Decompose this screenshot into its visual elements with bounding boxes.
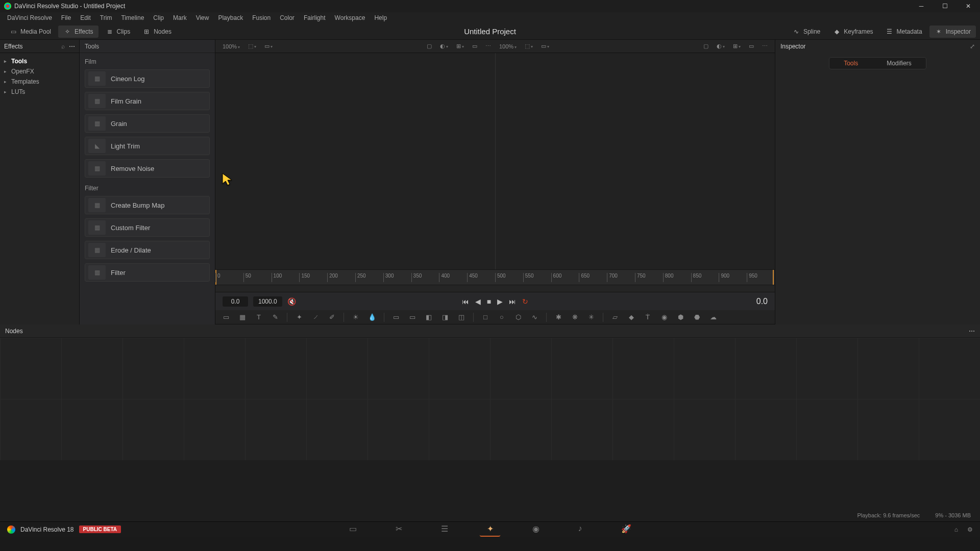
menu-edit[interactable]: Edit (76, 13, 95, 22)
tree-templates[interactable]: ▸Templates (0, 77, 79, 87)
blur-tool-icon[interactable]: 💧 (368, 313, 377, 322)
media-pool-button[interactable]: ▭Media Pool (4, 26, 56, 38)
prender-tool-icon[interactable]: ❋ (570, 313, 579, 322)
media-page-button[interactable]: ▭ (342, 522, 364, 537)
viewer-right-options[interactable] (759, 42, 771, 51)
viewer-right[interactable] (496, 53, 775, 269)
polygon-mask-icon[interactable]: ⬡ (513, 313, 523, 322)
in-point-field[interactable]: 0.0 (223, 296, 248, 307)
tool-custom-filter[interactable]: ▦Custom Filter (85, 218, 210, 237)
fusion-page-button[interactable]: ✦ (480, 522, 501, 537)
planar-tool-icon[interactable]: ⟋ (311, 313, 320, 322)
fairlight-page-button[interactable]: ♪ (571, 522, 590, 537)
paint-tool-icon[interactable]: ✎ (271, 313, 280, 322)
edit-page-button[interactable]: ☰ (434, 522, 455, 537)
maximize-button[interactable]: ☐ (933, 0, 957, 12)
tree-tools[interactable]: ▸Tools (0, 56, 79, 66)
transform-tool-icon[interactable]: ◧ (424, 313, 433, 322)
view-b-button[interactable]: ▢ (700, 42, 712, 51)
keyframes-button[interactable]: ◆Keyframes (827, 26, 878, 38)
matte-control-icon[interactable]: ▭ (408, 313, 417, 322)
fit-right-button[interactable]: ⬚ (522, 42, 536, 51)
home-button[interactable]: ⌂ (954, 526, 958, 533)
merge3d-icon[interactable]: ⬢ (676, 313, 685, 322)
resize-tool-icon[interactable]: ◨ (440, 313, 450, 322)
light-icon[interactable]: ☁ (708, 313, 718, 322)
color-picker-right[interactable]: ◐ (714, 42, 728, 51)
effects-button[interactable]: ✧Effects (58, 26, 98, 38)
deliver-page-button[interactable]: 🚀 (614, 522, 639, 537)
metadata-button[interactable]: ☰Metadata (880, 26, 927, 38)
merge-tool-icon[interactable]: ▭ (391, 313, 401, 322)
grid-right-button[interactable]: ⊞ (730, 42, 744, 51)
menu-clip[interactable]: Clip (149, 13, 168, 22)
tree-luts[interactable]: ▸LUTs (0, 87, 79, 97)
menu-playback[interactable]: Playback (214, 13, 247, 22)
inspector-button[interactable]: ✶Inspector (929, 26, 976, 38)
menu-help[interactable]: Help (370, 13, 391, 22)
color-page-button[interactable]: ◉ (525, 522, 547, 537)
stop-button[interactable]: ■ (487, 297, 491, 306)
nodes-toolbar-button[interactable]: ⊞Nodes (137, 26, 177, 38)
fastnoise-tool-icon[interactable]: ▦ (238, 313, 247, 322)
mute-button[interactable]: 🔇 (287, 297, 296, 306)
ruler-scrollbar[interactable] (215, 285, 775, 292)
tool-film-grain[interactable]: ▦Film Grain (85, 92, 210, 110)
frame-right-button[interactable]: ▭ (746, 42, 757, 51)
out-point-field[interactable]: 1000.0 (253, 296, 282, 307)
expand-icon[interactable]: ⤢ (970, 43, 975, 50)
menu-view[interactable]: View (192, 13, 213, 22)
close-button[interactable]: ✕ (957, 0, 980, 12)
tree-openfx[interactable]: ▸OpenFX (0, 66, 79, 77)
text3d-icon[interactable]: Ṫ (643, 313, 652, 322)
pemitter-tool-icon[interactable]: ✳ (586, 313, 596, 322)
rectangle-mask-icon[interactable]: □ (481, 313, 490, 322)
ellipse-mask-icon[interactable]: ○ (497, 313, 506, 322)
go-to-end-button[interactable]: ⏭ (509, 297, 516, 306)
cut-page-button[interactable]: ✂ (388, 522, 409, 537)
camera3d-icon[interactable]: ◉ (659, 313, 669, 322)
clips-button[interactable]: ≣Clips (101, 26, 136, 38)
viewer-left[interactable] (215, 53, 496, 269)
tool-erode-dilate[interactable]: ▦Erode / Dilate (85, 241, 210, 259)
tool-create-bump-map[interactable]: ▦Create Bump Map (85, 196, 210, 214)
inspector-tab-modifiers[interactable]: Modifiers (872, 58, 926, 69)
frame-left-button[interactable]: ▭ (469, 42, 480, 51)
menu-workspace[interactable]: Workspace (331, 13, 370, 22)
tracker-tool-icon[interactable]: ✦ (295, 313, 304, 322)
layout-right-button[interactable]: ▭ (538, 42, 552, 51)
tool-grain[interactable]: ▦Grain (85, 114, 210, 133)
inspector-tab-tools[interactable]: Tools (829, 58, 872, 69)
tool-light-trim[interactable]: ◣Light Trim (85, 137, 210, 155)
time-ruler[interactable]: 0501001502002503003504004505005506006507… (215, 269, 775, 285)
zoom-left[interactable]: 100% (219, 42, 243, 51)
color-picker-left[interactable]: ◐ (437, 42, 451, 51)
menu-file[interactable]: File (57, 13, 75, 22)
go-to-start-button[interactable]: ⏮ (462, 297, 469, 306)
spline-button[interactable]: ∿Spline (787, 26, 825, 38)
background-tool-icon[interactable]: ▭ (222, 313, 231, 322)
view-a-button[interactable]: ▢ (424, 42, 435, 51)
minimize-button[interactable]: ─ (910, 0, 933, 12)
grid-left-button[interactable]: ⊞ (453, 42, 467, 51)
menu-davinci-resolve[interactable]: DaVinci Resolve (3, 13, 56, 22)
text-tool-icon[interactable]: T (254, 313, 263, 322)
bspline-mask-icon[interactable]: ∿ (530, 313, 539, 322)
brightness-tool-icon[interactable]: ☀ (351, 313, 360, 322)
menu-trim[interactable]: Trim (96, 13, 116, 22)
shape3d-icon[interactable]: ◆ (627, 313, 636, 322)
renderer3d-icon[interactable]: ⬣ (692, 313, 701, 322)
tool-cineon-log[interactable]: ▦Cineon Log (85, 69, 210, 88)
nodes-canvas[interactable] (0, 338, 980, 460)
zoom-right[interactable]: 100% (496, 42, 520, 51)
nodes-options-icon[interactable] (969, 328, 975, 335)
image-plane-icon[interactable]: ▱ (610, 313, 620, 322)
particles-tool-icon[interactable]: ✱ (554, 313, 563, 322)
loop-button[interactable]: ↻ (522, 297, 528, 306)
search-icon[interactable]: ⌕ (61, 43, 65, 50)
layout-left-button[interactable]: ▭ (261, 42, 276, 51)
camera-tool-icon[interactable]: ✐ (327, 313, 336, 322)
step-back-button[interactable]: ◀ (475, 297, 481, 306)
menu-color[interactable]: Color (276, 13, 299, 22)
tool-filter[interactable]: ▦Filter (85, 263, 210, 282)
